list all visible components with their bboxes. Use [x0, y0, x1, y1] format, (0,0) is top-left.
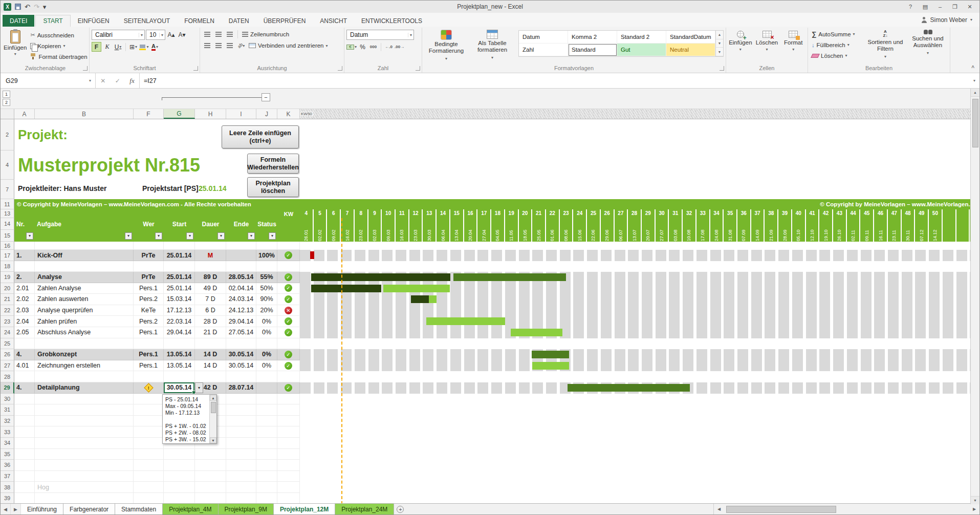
row-header-35[interactable]: 35 — [1, 449, 14, 460]
cell-start-20[interactable]: 25.01.14 — [164, 283, 195, 294]
week-column-12[interactable]: 1223.03 — [409, 209, 423, 242]
cell-style-zahl[interactable]: Zahl — [519, 44, 568, 56]
cell-status-29[interactable]: ✓ — [277, 382, 300, 394]
fill-button[interactable]: ↓Füllbereich▾ — [810, 40, 863, 49]
cell-duration-20[interactable]: 49 D — [195, 283, 226, 294]
week-column-42[interactable]: 4219.10 — [819, 209, 833, 242]
week-column-49[interactable]: 4907.12 — [915, 209, 929, 242]
cell-who-29[interactable]: ! — [134, 382, 164, 394]
cell-start-23[interactable]: 22.03.14 — [164, 316, 195, 327]
number-format-select[interactable]: Datum▾ — [346, 30, 414, 40]
format-painter-button[interactable]: Format übertragen — [29, 52, 89, 61]
cell-nr-26[interactable]: 4. — [14, 349, 35, 360]
cell-start-16[interactable] — [164, 242, 195, 250]
align-right-icon[interactable] — [225, 41, 235, 50]
copy-button[interactable]: Kopieren▾ — [29, 41, 89, 50]
week-column-50[interactable]: 5014.12 — [929, 209, 943, 242]
cell-percent-29[interactable] — [256, 382, 277, 394]
row-header-14[interactable]: 14 — [1, 218, 14, 230]
cell-who-36[interactable] — [134, 460, 164, 471]
gantt-row-39[interactable] — [300, 493, 979, 503]
week-column-37[interactable]: 3714.09 — [751, 209, 765, 242]
row-header-25[interactable]: 25 — [1, 338, 14, 350]
borders-icon[interactable]: ⊞▾ — [128, 42, 138, 52]
minimize-icon[interactable]: – — [933, 2, 947, 11]
ribbon-tab-seitenlayout[interactable]: SEITENLAYOUT — [117, 15, 177, 27]
cell-percent-38[interactable] — [256, 482, 277, 493]
row-header-11[interactable]: 11 — [1, 199, 14, 209]
row-header-16[interactable]: 16 — [1, 242, 14, 250]
cell-who-34[interactable] — [134, 438, 164, 449]
cell-end-22[interactable]: 24.12.13 — [226, 305, 256, 316]
gallery-more-icon[interactable]: ▼ — [716, 48, 723, 56]
gantt-row-32[interactable] — [300, 416, 979, 427]
cell-nr-39[interactable] — [14, 493, 35, 503]
cell-duration-36[interactable] — [195, 460, 226, 471]
gantt-row-35[interactable] — [300, 449, 979, 460]
v-scroll-thumb[interactable] — [972, 99, 978, 147]
dialog-launcher-icon[interactable] — [193, 66, 198, 71]
ribbon-tab-einf-gen[interactable]: EINFÜGEN — [71, 15, 117, 27]
gantt-row-28[interactable] — [300, 371, 979, 382]
column-header-j[interactable]: J — [256, 109, 277, 119]
cell-status-30[interactable] — [277, 394, 300, 405]
cell-status-33[interactable] — [277, 426, 300, 438]
week-column-41[interactable]: 4112.10 — [806, 209, 820, 242]
cell-start-27[interactable]: 13.05.14 — [164, 360, 195, 372]
cell-who-19[interactable]: PrTe — [134, 272, 164, 283]
gantt-row-37[interactable] — [300, 471, 979, 482]
cell-percent-22[interactable]: 20% — [256, 305, 277, 316]
cell-who-26[interactable]: Pers.1 — [134, 349, 164, 360]
row-header-20[interactable]: 20 — [1, 283, 14, 294]
gantt-row-31[interactable] — [300, 404, 979, 416]
fill-color-icon[interactable]: ▾ — [139, 42, 149, 52]
row-header-30[interactable]: 30 — [1, 394, 14, 405]
cell-task-23[interactable]: Zahlen prüfen — [35, 316, 134, 327]
cell-task-25[interactable] — [35, 338, 134, 350]
cell-duration-26[interactable]: 14 D — [195, 349, 226, 360]
week-column-39[interactable]: 3928.09 — [778, 209, 792, 242]
percent-format-icon[interactable]: % — [358, 42, 367, 52]
gantt-row-24[interactable] — [300, 327, 979, 338]
row-header-17[interactable]: 17 — [1, 250, 14, 261]
name-box[interactable]: G29 ▾ — [1, 73, 96, 88]
row-header-2[interactable]: 2 — [1, 119, 14, 151]
cell-status-21[interactable]: ✓ — [277, 294, 300, 305]
cell-end-28[interactable] — [226, 371, 256, 382]
cell-status-22[interactable]: ✕ — [277, 305, 300, 316]
cell-start-29[interactable]: 30.05.14▾ — [164, 382, 195, 394]
cell-duration-19[interactable]: 89 D — [195, 272, 226, 283]
cell-nr-23[interactable]: 2.04 — [14, 316, 35, 327]
filter-button-dauer[interactable]: ▾ — [217, 232, 225, 240]
cell-style-standard-2[interactable]: Standard 2 — [617, 31, 666, 44]
week-column-9[interactable]: 902.03 — [368, 209, 382, 242]
week-column-14[interactable]: 1406.04 — [437, 209, 450, 242]
column-header-f[interactable]: F — [134, 109, 164, 119]
cell-who-17[interactable]: PrTe — [134, 250, 164, 261]
cell-nr-29[interactable]: 4. — [14, 382, 35, 394]
accounting-format-icon[interactable]: €▾ — [346, 42, 357, 52]
conditional-formatting-button[interactable]: Bedingte Formatierung ▾ — [424, 28, 468, 62]
font-color-icon[interactable]: A▾ — [150, 42, 160, 52]
cell-duration-37[interactable] — [195, 471, 226, 482]
cell-status-38[interactable] — [277, 482, 300, 493]
sheet-nav-right-icon[interactable]: ▶ — [11, 504, 21, 514]
cell-end-34[interactable] — [226, 438, 256, 449]
ribbon-tab-ansicht[interactable]: ANSICHT — [313, 15, 354, 27]
cell-duration-21[interactable]: 7 D — [195, 294, 226, 305]
week-column-38[interactable]: 3821.09 — [765, 209, 778, 242]
ribbon-tab-datei[interactable]: DATEI — [3, 15, 34, 27]
row-header-7[interactable]: 7 — [1, 180, 14, 199]
cell-task-20[interactable]: Zahlen Analyse — [35, 283, 134, 294]
redo-icon[interactable]: ↷ — [34, 4, 39, 10]
gantt-row-17[interactable] — [300, 250, 979, 261]
week-column-8[interactable]: 823.02 — [355, 209, 368, 242]
cell-end-36[interactable] — [226, 460, 256, 471]
align-bottom-icon[interactable] — [225, 30, 235, 39]
insert-empty-row-button[interactable]: Leere Zeile einfügen (ctrl+e) — [222, 125, 299, 148]
cell-duration-22[interactable]: 6 D — [195, 305, 226, 316]
gantt-row-27[interactable] — [300, 360, 979, 372]
dropdown-option-4[interactable] — [165, 416, 209, 423]
cell-nr-19[interactable]: 2. — [14, 272, 35, 283]
dropdown-scroll-up-icon[interactable]: ▲ — [210, 395, 216, 401]
